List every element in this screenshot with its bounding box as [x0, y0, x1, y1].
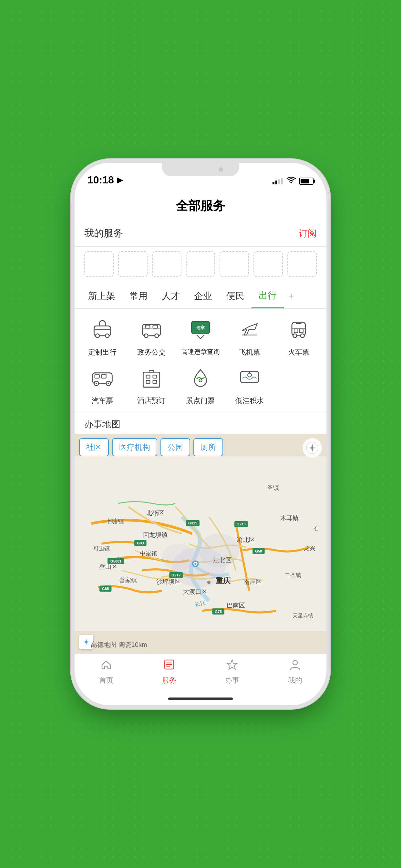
airplane-icon: [235, 315, 264, 344]
service-airplane[interactable]: 飞机票: [225, 315, 274, 357]
hotel-label: 酒店预订: [137, 396, 166, 406]
page-title: 全部服务: [176, 199, 225, 213]
svg-text:北碚区: 北碚区: [146, 509, 164, 516]
my-services-bar: 我的服务 订阅: [74, 220, 327, 247]
signal-icon: [273, 178, 283, 184]
svg-text:圣镇: 圣镇: [267, 485, 279, 491]
nav-home[interactable]: 首页: [74, 658, 137, 685]
svg-text:江北区: 江北区: [213, 557, 232, 563]
placeholder-box-7: [287, 251, 317, 277]
services-grid: 定制出行 政务公交: [74, 309, 327, 412]
map-filter-tabs: 社区 医疗机构 公园 厕所: [79, 438, 310, 456]
status-time: 10:18 ▶: [88, 174, 123, 186]
placeholder-box-6: [253, 251, 283, 277]
svg-point-20: [96, 383, 97, 384]
svg-text:壁山区: 壁山区: [99, 563, 118, 570]
svg-text:G85: G85: [102, 587, 109, 591]
compass[interactable]: [303, 438, 322, 458]
map-container[interactable]: G93 G319 G5001 G212 G210 G50: [74, 434, 327, 654]
svg-point-13: [301, 334, 305, 338]
svg-text:G75: G75: [215, 610, 222, 614]
svg-point-0: [290, 182, 292, 183]
profile-icon: [289, 658, 301, 674]
service-hotel[interactable]: 酒店预订: [127, 364, 176, 406]
svg-text:G93: G93: [137, 541, 144, 545]
svg-point-6: [155, 334, 159, 338]
battery-icon: [299, 178, 313, 185]
svg-text:G5001: G5001: [111, 559, 122, 563]
tab-public[interactable]: 便民: [219, 284, 251, 308]
page-header: 全部服务: [74, 191, 327, 220]
watermark-text: 高德地图 陶瓷10km: [91, 640, 147, 649]
nav-profile[interactable]: 我的: [264, 658, 327, 685]
service-bus-ticket[interactable]: 汽车票: [78, 364, 127, 406]
svg-point-22: [107, 383, 109, 384]
svg-text:渝北区: 渝北区: [237, 536, 255, 543]
tab-new[interactable]: 新上架: [81, 284, 122, 308]
nav-tasks[interactable]: 办事: [201, 658, 264, 685]
train-label: 火车票: [288, 347, 309, 357]
svg-point-73: [207, 581, 211, 584]
service-custom-trip[interactable]: 定制出行: [78, 315, 127, 357]
attraction-icon: [186, 364, 215, 393]
nav-services-label: 服务: [162, 676, 176, 685]
placeholder-box-4: [186, 251, 215, 277]
service-gov-bus[interactable]: 政务公交: [127, 315, 176, 357]
subscribe-button[interactable]: 订阅: [299, 227, 317, 240]
tab-talent[interactable]: 人才: [155, 284, 187, 308]
service-train[interactable]: 火车票: [274, 315, 323, 357]
bottom-nav: 首页 服务 办事: [74, 654, 327, 692]
map-section: 办事地图: [74, 412, 327, 654]
train-icon: [284, 315, 313, 344]
phone-frame: 10:18 ▶: [74, 163, 327, 705]
svg-text:重庆: 重庆: [216, 577, 231, 585]
nav-tasks-label: 办事: [225, 676, 239, 685]
tab-add-button[interactable]: +: [284, 285, 299, 307]
svg-text:沙坪坝区: 沙坪坝区: [156, 578, 181, 585]
svg-marker-79: [227, 660, 237, 670]
svg-point-37: [194, 563, 196, 565]
svg-text:G50: G50: [255, 549, 262, 553]
service-attraction[interactable]: 景点门票: [176, 364, 225, 406]
svg-point-77: [311, 447, 313, 449]
tab-travel[interactable]: 出行: [251, 283, 284, 308]
home-bar: [168, 698, 233, 700]
svg-text:大渡口区: 大渡口区: [183, 589, 208, 595]
map-svg: G93 G319 G5001 G212 G210 G50: [74, 434, 327, 654]
svg-text:天星寺镇: 天星寺镇: [292, 613, 313, 618]
svg-point-12: [293, 334, 297, 338]
location-icon: ▶: [117, 176, 123, 184]
nav-services[interactable]: 服务: [137, 658, 201, 685]
svg-text:巴南区: 巴南区: [227, 602, 245, 609]
tab-common[interactable]: 常用: [122, 284, 155, 308]
svg-text:二圣镇: 二圣镇: [285, 572, 301, 579]
svg-text:违章: 违章: [196, 325, 205, 330]
svg-point-3: [105, 334, 109, 338]
svg-text:G212: G212: [172, 573, 181, 577]
bus-ticket-icon: [88, 364, 117, 393]
svg-text:木耳镇: 木耳镇: [280, 515, 299, 522]
map-tab-park[interactable]: 公园: [160, 438, 190, 456]
svg-text:回龙坝镇: 回龙坝镇: [143, 531, 167, 538]
tab-enterprise[interactable]: 企业: [187, 284, 219, 308]
placeholder-row: [74, 247, 327, 283]
tasks-icon: [226, 658, 238, 674]
services-icon: [163, 658, 175, 674]
wifi-icon: [286, 176, 296, 186]
map-tab-community[interactable]: 社区: [79, 438, 109, 456]
service-highway[interactable]: 违章 高速违章查询: [176, 315, 225, 357]
highway-icon: 违章: [186, 315, 215, 344]
map-tab-medical[interactable]: 医疗机构: [112, 438, 157, 456]
placeholder-box-1: [84, 251, 114, 277]
custom-trip-icon: [88, 315, 117, 344]
service-flood[interactable]: 低洼积水: [225, 364, 274, 406]
nav-profile-label: 我的: [288, 676, 302, 685]
svg-point-34: [162, 544, 195, 570]
map-tab-toilet[interactable]: 厕所: [193, 438, 223, 456]
placeholder-box-2: [118, 251, 148, 277]
svg-text:七塘镇: 七塘镇: [105, 518, 124, 525]
airplane-label: 飞机票: [239, 347, 260, 357]
svg-text:普家镇: 普家镇: [120, 577, 137, 584]
nav-home-label: 首页: [99, 676, 113, 685]
flood-icon: [235, 364, 264, 393]
